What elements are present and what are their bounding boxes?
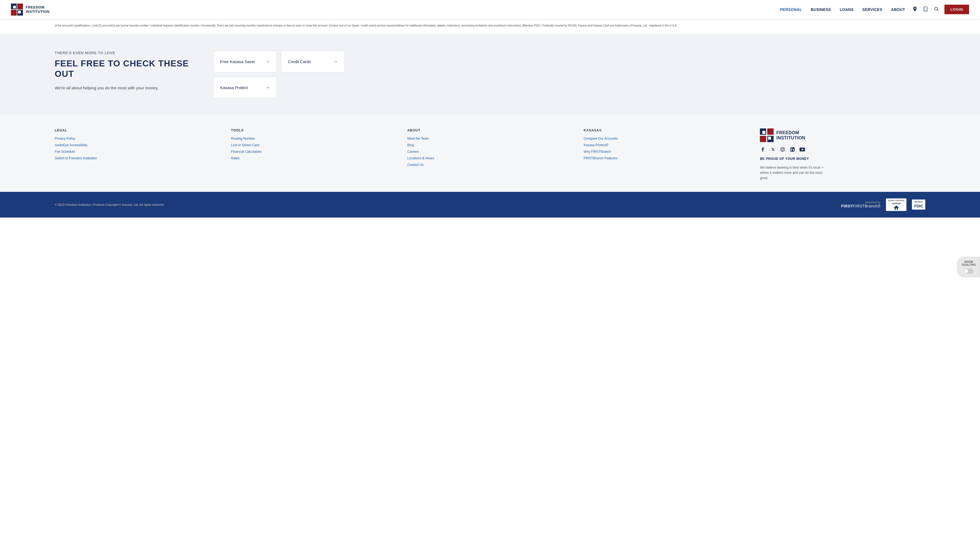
svg-marker-24: [894, 205, 899, 208]
footer-link-locations[interactable]: Locations & Hours: [407, 156, 573, 160]
social-icons: 𝕏: [760, 146, 805, 153]
copyright-text: © 2023 Freedom Institution | Portions Co…: [55, 203, 164, 206]
footer-link-contact[interactable]: Contact Us: [407, 163, 573, 167]
mobile-icon[interactable]: [923, 5, 929, 14]
kasasa-protect-label: Kasasa Protect: [220, 85, 248, 90]
footer-about-title: ABOUT: [407, 129, 573, 132]
footer-col-kasasa: KASASA® Compare Our Accounts Kasasa Prot…: [584, 129, 749, 181]
footer-col-legal: LEGAL Privacy Policy AudioEye Accessibil…: [55, 129, 220, 181]
footer-link-calculators[interactable]: Financial Calculators: [231, 150, 396, 154]
footer-brand: FREEDOM INSTITUTION 𝕏: [760, 129, 925, 181]
svg-rect-20: [791, 149, 792, 151]
youtube-icon[interactable]: [799, 146, 805, 153]
kasasa-saver-label: Free Kasasa Saver: [220, 59, 255, 64]
footer-legal-title: LEGAL: [55, 129, 220, 132]
promo-headline: FEEL FREE TO CHECK THESE OUT: [55, 58, 191, 79]
powered-label: powered by: [865, 201, 881, 204]
footer-link-firstbranch-features[interactable]: FIRSTBranch Features: [584, 156, 749, 160]
footer-link-meet-team[interactable]: Meet the Team: [407, 137, 573, 140]
login-button[interactable]: LOGIN: [945, 5, 969, 14]
svg-rect-26: [896, 208, 897, 210]
nav-personal[interactable]: PERSONAL: [780, 7, 802, 12]
svg-rect-12: [760, 136, 766, 142]
footer-link-blog[interactable]: Blog: [407, 143, 573, 147]
svg-rect-4: [13, 6, 16, 8]
arrow-icon: →: [265, 59, 270, 65]
logo-icon: [11, 3, 23, 16]
footer-link-fee-schedule[interactable]: Fee Schedule: [55, 150, 220, 154]
firstbranch-text: FIRSTFIRSTBranch®: [841, 204, 880, 208]
credit-cards-label: Credit Cards: [288, 59, 311, 64]
footer-col-about: ABOUT Meet the Team Blog Careers Locatio…: [407, 129, 573, 181]
footer-grid: LEGAL Privacy Policy AudioEye Accessibil…: [55, 129, 925, 181]
footer-col-tools: TOOLS Routing Number Lost or Stolen Card…: [231, 129, 396, 181]
fdic-badge: EQUAL HOUSING LENDER: [886, 199, 907, 211]
footer-link-compare[interactable]: Compare Our Accounts: [584, 137, 749, 140]
footer-link-kasasa-protect[interactable]: Kasasa Protect®: [584, 143, 749, 147]
equal-housing-icon: [894, 205, 899, 210]
footer-link-routing[interactable]: Routing Number: [231, 137, 396, 140]
footer-link-careers[interactable]: Careers: [407, 150, 573, 154]
instagram-icon[interactable]: [780, 146, 786, 153]
nav-loans[interactable]: LOANS: [840, 7, 854, 12]
footer-kasasa-title: KASASA®: [584, 129, 749, 132]
footer-link-lost-card[interactable]: Lost or Stolen Card: [231, 143, 396, 147]
arrow-icon: →: [265, 85, 270, 91]
member-fdic-badge: Member FDIC: [912, 200, 925, 209]
logo-text: FREEDOM INSTITUTION: [26, 5, 49, 14]
nav-services[interactable]: SERVICES: [862, 7, 882, 12]
footer-link-switch[interactable]: Switch to Freedom Institution: [55, 156, 220, 160]
promo-body: We're all about helping you do the most …: [55, 85, 191, 91]
lender-label: LENDER: [892, 202, 901, 205]
search-icon[interactable]: [933, 5, 940, 14]
footer-logo-text: FREEDOM INSTITUTION: [776, 130, 805, 140]
promo-card-kasasa-saver[interactable]: Free Kasasa Saver →: [213, 51, 277, 72]
footer-logo-icon: [760, 129, 773, 142]
footer-link-why-firstbranch[interactable]: Why FIRSTBranch: [584, 150, 749, 154]
equal-housing-label: EQUAL HOUSING: [888, 200, 904, 202]
promo-card-kasasa-protect[interactable]: Kasasa Protect →: [213, 77, 277, 99]
promo-card-credit-cards[interactable]: Credit Cards →: [281, 51, 345, 72]
nav-about[interactable]: ABOUT: [891, 7, 905, 12]
svg-rect-16: [781, 148, 784, 151]
svg-rect-11: [767, 129, 773, 135]
logo[interactable]: FREEDOM INSTITUTION: [11, 3, 49, 16]
nav-icons: [912, 5, 940, 14]
footer-link-audioeye[interactable]: AudioEye Accessibility: [55, 143, 220, 147]
svg-point-7: [925, 10, 926, 11]
promo-cards: Free Kasasa Saver → Credit Cards → Kasas…: [213, 51, 345, 99]
location-icon[interactable]: [912, 5, 918, 14]
svg-rect-2: [11, 10, 17, 16]
footer: LEGAL Privacy Policy AudioEye Accessibil…: [0, 115, 980, 192]
promo-section: THERE'S EVEN MORE TO LOVE FEEL FREE TO C…: [0, 35, 980, 115]
facebook-icon[interactable]: [760, 146, 766, 153]
fine-print-text: of the account's qualifications. Limit […: [55, 24, 925, 28]
nav-business[interactable]: BUSINESS: [811, 7, 831, 12]
svg-point-18: [783, 148, 784, 149]
footer-link-rates[interactable]: Rates: [231, 156, 396, 160]
promo-left: THERE'S EVEN MORE TO LOVE FEEL FREE TO C…: [55, 51, 191, 91]
svg-rect-1: [17, 3, 23, 9]
svg-rect-14: [762, 131, 765, 134]
member-label: Member: [915, 200, 923, 203]
footer-logo-area: FREEDOM INSTITUTION: [760, 129, 805, 142]
arrow-icon: →: [333, 59, 338, 65]
svg-line-9: [937, 10, 939, 11]
svg-rect-15: [768, 137, 771, 140]
fdic-brand: FDIC: [914, 204, 923, 208]
promo-eyebrow: THERE'S EVEN MORE TO LOVE: [55, 51, 191, 55]
header: FREEDOM INSTITUTION PERSONAL BUSINESS LO…: [0, 0, 980, 19]
footer-link-privacy[interactable]: Privacy Policy: [55, 137, 220, 140]
svg-point-21: [791, 148, 792, 149]
linkedin-icon[interactable]: [789, 146, 795, 153]
x-twitter-icon[interactable]: 𝕏: [770, 146, 776, 153]
footer-tools-title: TOOLS: [231, 129, 396, 132]
footer-brand-body: We believe banking is best when it's loc…: [760, 165, 826, 181]
fine-print-section: of the account's qualifications. Limit […: [0, 19, 980, 35]
main-nav: PERSONAL BUSINESS LOANS SERVICES ABOUT: [780, 7, 905, 12]
svg-rect-5: [18, 11, 21, 13]
bottom-right: powered by FIRSTFIRSTBranch® EQUAL HOUSI…: [841, 199, 925, 211]
bottom-bar: © 2023 Freedom Institution | Portions Co…: [0, 192, 980, 218]
footer-brand-tagline: BE PROUD OF YOUR MONEY: [760, 157, 809, 161]
powered-by: powered by FIRSTFIRSTBranch®: [841, 201, 880, 208]
